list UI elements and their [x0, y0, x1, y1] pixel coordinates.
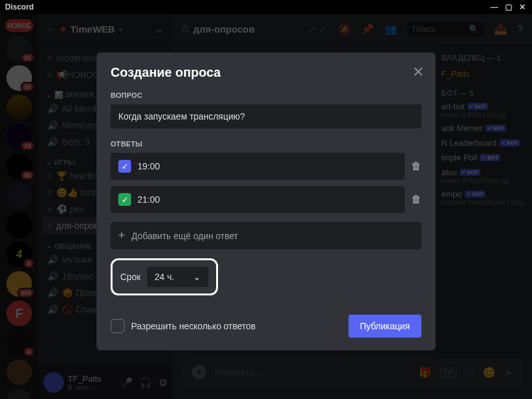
window-min[interactable]: — — [490, 3, 499, 12]
duration-section: Срок 24 ч. ⌄ — [111, 258, 218, 295]
allow-multi-label: Разрешить несколько ответов — [131, 321, 342, 331]
allow-multi-checkbox[interactable] — [111, 319, 125, 333]
duration-label: Срок — [120, 272, 141, 282]
app-name: Discord — [5, 3, 34, 12]
trash-icon[interactable]: 🗑 — [411, 194, 421, 205]
emoji-check[interactable]: ✓ — [118, 193, 131, 206]
close-icon[interactable]: ✕ — [412, 64, 424, 81]
question-label: ВОПРОС — [111, 91, 421, 99]
poll-modal: ✕ Создание опроса ВОПРОС ОТВЕТЫ ✓19:00🗑✓… — [97, 52, 435, 350]
publish-button[interactable]: Публикация — [348, 315, 421, 338]
modal-overlay: ✕ Создание опроса ВОПРОС ОТВЕТЫ ✓19:00🗑✓… — [0, 14, 532, 399]
window-close[interactable]: ✕ — [518, 3, 527, 12]
plus-icon: + — [118, 229, 125, 242]
answer-row: ✓21:00🗑 — [111, 186, 421, 213]
emoji-check[interactable]: ✓ — [118, 160, 131, 173]
modal-title: Создание опроса — [111, 65, 421, 80]
answer-input[interactable]: ✓21:00 — [111, 186, 405, 213]
question-input[interactable] — [111, 104, 421, 129]
answer-row: ✓19:00🗑 — [111, 153, 421, 180]
duration-select[interactable]: 24 ч. ⌄ — [147, 267, 209, 287]
answers-label: ОТВЕТЫ — [111, 140, 421, 148]
trash-icon[interactable]: 🗑 — [411, 160, 421, 172]
answer-input[interactable]: ✓19:00 — [111, 153, 405, 180]
window-max[interactable]: ▢ — [504, 3, 513, 12]
add-answer-button[interactable]: + Добавить ещё один ответ — [111, 222, 421, 249]
chevron-down-icon: ⌄ — [193, 272, 201, 282]
